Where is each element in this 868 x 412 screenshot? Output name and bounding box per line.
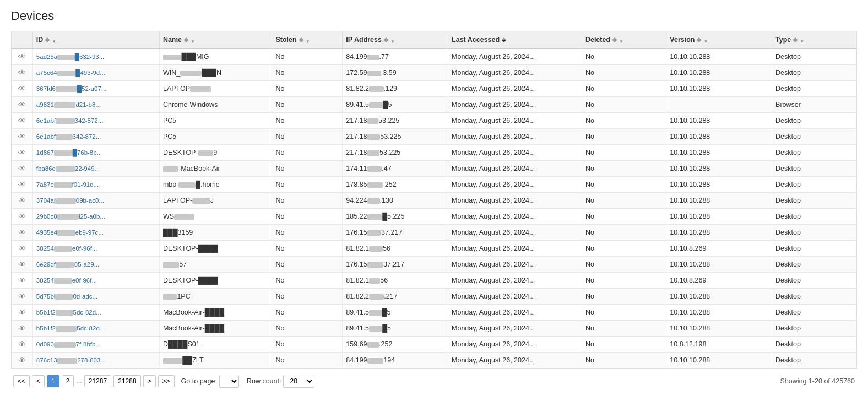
view-icon[interactable]: 👁	[18, 84, 26, 93]
row-name-cell: mbp-█.home	[159, 177, 272, 193]
row-name-cell: WS	[159, 209, 272, 225]
col-version: Version	[666, 31, 772, 48]
row-ip-cell: 217.1853.225	[343, 129, 448, 145]
row-version-cell: 10.10.10.288	[666, 161, 772, 177]
row-version-cell: 10.8.12.198	[666, 337, 772, 353]
table-row: 👁7a87ef01-91d...mbp-█.homeNo178.85-252Mo…	[12, 177, 856, 193]
view-icon[interactable]: 👁	[18, 276, 26, 285]
view-icon[interactable]: 👁	[18, 100, 26, 109]
col-deleted-label: Deleted	[585, 36, 610, 44]
row-eye-cell: 👁	[12, 321, 32, 337]
row-name-cell: LAPTOP-J	[159, 193, 272, 209]
page-21287-button[interactable]: 21287	[84, 375, 111, 387]
view-icon[interactable]: 👁	[18, 292, 26, 301]
view-icon[interactable]: 👁	[18, 52, 26, 61]
next-page-button[interactable]: >	[143, 375, 156, 387]
view-icon[interactable]: 👁	[18, 260, 26, 269]
row-name-cell: PC5	[159, 129, 272, 145]
row-version-cell: 10.10.10.288	[666, 177, 772, 193]
row-type-cell: Desktop	[772, 177, 856, 193]
row-last-accessed-cell: Monday, August 26, 2024...	[448, 289, 582, 305]
page-2-button[interactable]: 2	[62, 375, 74, 387]
view-icon[interactable]: 👁	[18, 196, 26, 205]
view-icon[interactable]: 👁	[18, 68, 26, 77]
row-last-accessed-cell: Monday, August 26, 2024...	[448, 209, 582, 225]
table-row: 👁5ad25a█632-93...███MIGNo84.199.77Monday…	[12, 48, 856, 65]
row-eye-cell: 👁	[12, 257, 32, 273]
col-deleted-filter[interactable]	[619, 37, 626, 42]
row-eye-cell: 👁	[12, 161, 32, 177]
page-1-button[interactable]: 1	[47, 375, 59, 387]
col-id-sort[interactable]	[45, 37, 50, 42]
row-ip-cell: 81.82.2.217	[343, 289, 448, 305]
row-stolen-cell: No	[272, 273, 343, 289]
view-icon[interactable]: 👁	[18, 180, 26, 189]
view-icon[interactable]: 👁	[18, 116, 26, 125]
table-row: 👁4935e4eb9-97c...███3159No176.1537.217Mo…	[12, 225, 856, 241]
view-icon[interactable]: 👁	[18, 212, 26, 221]
row-version-cell: 10.10.10.288	[666, 65, 772, 81]
row-id-cell: 4935e4eb9-97c...	[32, 225, 159, 241]
row-last-accessed-cell: Monday, August 26, 2024...	[448, 273, 582, 289]
col-name-sort[interactable]	[184, 37, 188, 42]
row-ip-cell: 178.85-252	[343, 177, 448, 193]
row-version-cell: 10.10.10.288	[666, 193, 772, 209]
view-icon[interactable]: 👁	[18, 340, 26, 349]
row-version-cell: 10.10.10.288	[666, 305, 772, 321]
table-row: 👁0d0907f-8bfb...D████S01No159.69.252Mond…	[12, 337, 856, 353]
row-version-cell: 10.10.10.288	[666, 48, 772, 65]
row-id-cell: 6e29df85-a29...	[32, 257, 159, 273]
col-version-filter[interactable]	[703, 37, 710, 42]
col-ip-filter[interactable]	[390, 37, 397, 42]
col-type-sort[interactable]	[793, 37, 798, 42]
row-version-cell: 10.10.10.288	[666, 209, 772, 225]
row-type-cell: Desktop	[772, 273, 856, 289]
col-id-filter[interactable]	[52, 37, 58, 42]
row-version-cell: 10.10.10.288	[666, 145, 772, 161]
table-row: 👁b5b1f25dc-82d...MacBook-Air-████No89.41…	[12, 305, 856, 321]
table-row: 👁a9831d21-b8...Chrome-WindowsNo89.41.5█5…	[12, 97, 856, 113]
view-icon[interactable]: 👁	[18, 244, 26, 253]
row-last-accessed-cell: Monday, August 26, 2024...	[448, 193, 582, 209]
row-type-cell: Desktop	[772, 321, 856, 337]
row-count-select[interactable]: 20 50 100	[283, 375, 314, 388]
row-type-cell: Desktop	[772, 305, 856, 321]
row-type-cell: Desktop	[772, 257, 856, 273]
view-icon[interactable]: 👁	[18, 324, 26, 333]
col-deleted-sort[interactable]	[612, 37, 617, 42]
table-row: 👁b5b1f25dc-82d...MacBook-Air-████No89.41…	[12, 321, 856, 337]
prev-page-button[interactable]: <	[32, 375, 45, 387]
row-deleted-cell: No	[582, 273, 666, 289]
row-type-cell: Desktop	[772, 289, 856, 305]
table-row: 👁29b0c8l25-a0b...WSNo185.22█5.225Monday,…	[12, 209, 856, 225]
col-last-accessed-sort[interactable]	[502, 37, 506, 42]
row-type-cell: Desktop	[772, 113, 856, 129]
view-icon[interactable]: 👁	[18, 148, 26, 157]
col-stolen-filter[interactable]	[306, 37, 312, 42]
row-type-cell: Desktop	[772, 129, 856, 145]
col-name-filter[interactable]	[191, 37, 197, 42]
col-stolen-sort[interactable]	[299, 37, 303, 42]
row-name-cell: WIN_███N	[159, 65, 272, 81]
col-version-sort[interactable]	[697, 37, 701, 42]
view-icon[interactable]: 👁	[18, 308, 26, 317]
row-stolen-cell: No	[272, 177, 343, 193]
row-stolen-cell: No	[272, 129, 343, 145]
col-ip-sort[interactable]	[384, 37, 388, 42]
row-name-cell: DESKTOP-████	[159, 273, 272, 289]
view-icon[interactable]: 👁	[18, 228, 26, 237]
first-page-button[interactable]: <<	[13, 375, 30, 387]
col-type-filter[interactable]	[800, 37, 806, 42]
row-name-cell: ███MIG	[159, 48, 272, 65]
view-icon[interactable]: 👁	[18, 356, 26, 365]
last-page-button[interactable]: >>	[158, 375, 175, 387]
row-ip-cell: 217.1853.225	[343, 145, 448, 161]
row-ip-cell: 185.22█5.225	[343, 209, 448, 225]
view-icon[interactable]: 👁	[18, 132, 26, 141]
page-21288-button[interactable]: 21288	[113, 375, 140, 387]
col-id: ID	[32, 31, 159, 48]
goto-page-select[interactable]	[219, 375, 239, 388]
view-icon[interactable]: 👁	[18, 164, 26, 173]
row-last-accessed-cell: Monday, August 26, 2024...	[448, 321, 582, 337]
row-last-accessed-cell: Monday, August 26, 2024...	[448, 48, 582, 65]
